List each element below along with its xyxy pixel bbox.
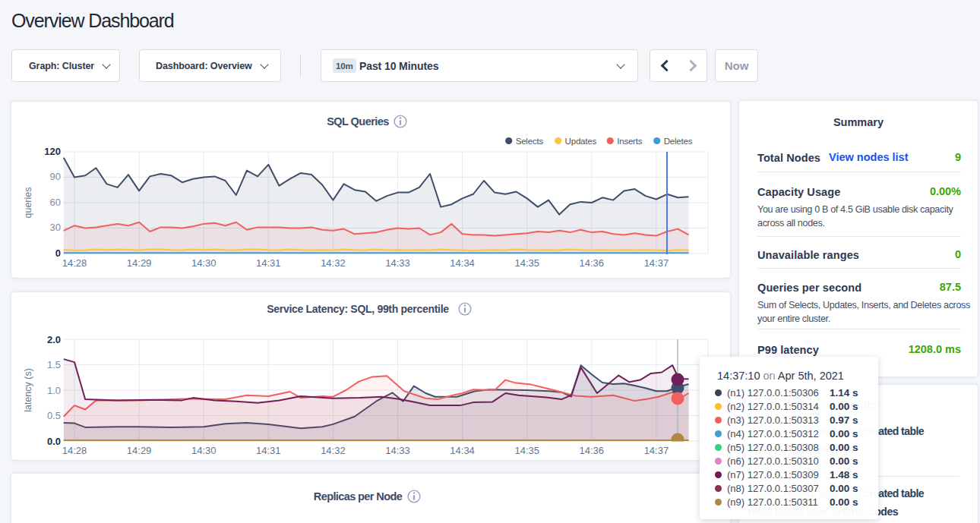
svg-text:14:33: 14:33 (385, 445, 410, 456)
svg-text:14:31: 14:31 (256, 445, 281, 456)
svg-text:90: 90 (50, 171, 61, 182)
svg-text:1.0: 1.0 (47, 385, 61, 396)
svg-text:Inserts: Inserts (617, 137, 643, 146)
svg-text:Selects: Selects (516, 137, 544, 146)
svg-text:2.0: 2.0 (47, 334, 61, 345)
svg-text:14:35: 14:35 (514, 257, 539, 269)
svg-text:30: 30 (50, 222, 61, 233)
svg-text:14:28: 14:28 (62, 257, 87, 269)
svg-text:Replicas per Node: Replicas per Node (314, 490, 403, 503)
svg-text:120: 120 (44, 146, 61, 157)
svg-text:Updates: Updates (565, 137, 597, 146)
svg-text:14:32: 14:32 (321, 257, 346, 269)
svg-text:0.5: 0.5 (47, 410, 61, 421)
svg-text:160: 160 (45, 521, 62, 523)
svg-text:14:33: 14:33 (385, 257, 410, 269)
svg-text:14:37: 14:37 (644, 445, 669, 456)
svg-text:SQL Queries: SQL Queries (327, 115, 389, 128)
svg-text:latency (s): latency (s) (23, 368, 33, 412)
svg-text:14:29: 14:29 (127, 445, 152, 456)
svg-text:Deletes: Deletes (664, 137, 693, 146)
svg-text:1.5: 1.5 (47, 359, 61, 370)
svg-text:14:32: 14:32 (321, 445, 346, 456)
svg-text:60: 60 (50, 197, 61, 208)
svg-text:14:28: 14:28 (62, 445, 87, 456)
svg-text:14:36: 14:36 (580, 445, 605, 456)
svg-text:14:34: 14:34 (450, 257, 475, 269)
svg-text:14:30: 14:30 (191, 257, 217, 269)
svg-text:14:37: 14:37 (644, 257, 669, 269)
svg-text:0.0: 0.0 (47, 436, 61, 447)
svg-text:14:29: 14:29 (127, 257, 152, 269)
svg-text:14:30: 14:30 (191, 445, 217, 456)
svg-text:14:31: 14:31 (256, 257, 281, 269)
svg-text:14:34: 14:34 (450, 445, 475, 456)
svg-text:14:35: 14:35 (514, 445, 539, 456)
svg-text:0: 0 (55, 247, 61, 259)
svg-text:queries: queries (23, 187, 33, 219)
svg-text:14:36: 14:36 (580, 257, 605, 269)
svg-text:Service Latency: SQL, 99th per: Service Latency: SQL, 99th percentile (267, 303, 449, 315)
